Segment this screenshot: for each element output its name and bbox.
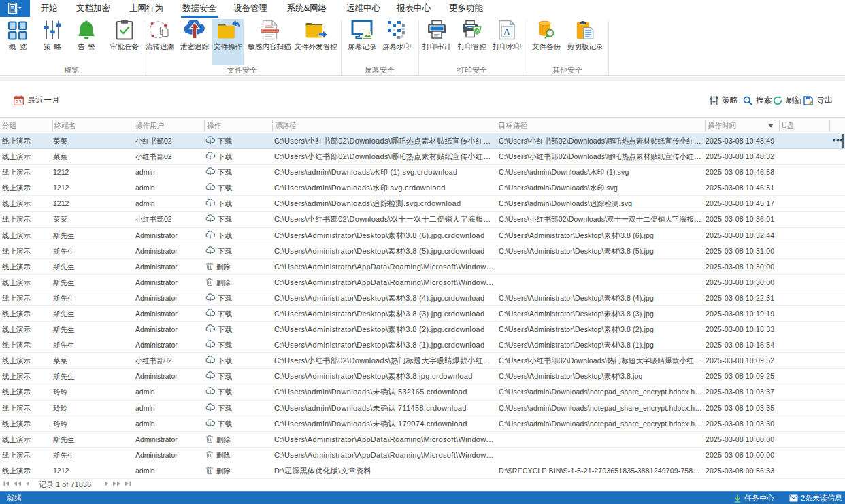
svg-text:23: 23	[16, 99, 22, 104]
svg-text:A: A	[503, 27, 511, 37]
